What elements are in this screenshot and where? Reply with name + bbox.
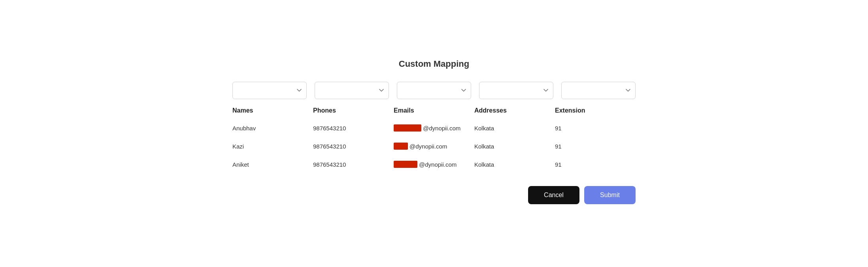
data-table: Names Phones Emails Addresses Extension …	[232, 102, 636, 173]
cell-extension: 91	[555, 155, 636, 173]
cell-address: Kolkata	[474, 119, 555, 137]
table-row: Aniket9876543210 @dynopii.com Kolkata91	[232, 155, 636, 173]
col-header-addresses: Addresses	[474, 102, 555, 119]
cell-name: Anubhav	[232, 119, 313, 137]
cell-phone: 9876543210	[313, 119, 394, 137]
email-domain: @dynopii.com	[423, 125, 460, 132]
dropdown-names[interactable]	[232, 82, 307, 99]
cell-name: Aniket	[232, 155, 313, 173]
dropdown-emails[interactable]	[397, 82, 471, 99]
dropdown-addresses[interactable]	[479, 82, 553, 99]
email-domain: @dynopii.com	[419, 161, 457, 168]
cell-phone: 9876543210	[313, 155, 394, 173]
email-redacted-block	[394, 124, 421, 132]
col-header-extension: Extension	[555, 102, 636, 119]
cell-phone: 9876543210	[313, 137, 394, 155]
email-domain: @dynopii.com	[409, 143, 447, 150]
cell-address: Kolkata	[474, 155, 555, 173]
cell-extension: 91	[555, 137, 636, 155]
email-redacted-block	[394, 143, 408, 150]
modal-container: Custom Mapping Names Phones Emails Addre…	[217, 47, 651, 220]
page-title: Custom Mapping	[232, 59, 636, 69]
cell-address: Kolkata	[474, 137, 555, 155]
dropdown-extension[interactable]	[561, 82, 636, 99]
cell-email: @dynopii.com	[394, 119, 474, 137]
col-header-names: Names	[232, 102, 313, 119]
dropdown-phones[interactable]	[315, 82, 389, 99]
col-header-emails: Emails	[394, 102, 474, 119]
email-redacted-block	[394, 161, 417, 168]
cancel-button[interactable]: Cancel	[528, 186, 579, 204]
cell-extension: 91	[555, 119, 636, 137]
dropdowns-row	[232, 82, 636, 99]
col-header-phones: Phones	[313, 102, 394, 119]
table-row: Anubhav9876543210 @dynopii.com Kolkata91	[232, 119, 636, 137]
cell-email: @dynopii.com	[394, 137, 474, 155]
cell-name: Kazi	[232, 137, 313, 155]
cell-email: @dynopii.com	[394, 155, 474, 173]
submit-button[interactable]: Submit	[584, 186, 636, 204]
actions-row: Cancel Submit	[232, 186, 636, 204]
table-row: Kazi9876543210 @dynopii.com Kolkata91	[232, 137, 636, 155]
